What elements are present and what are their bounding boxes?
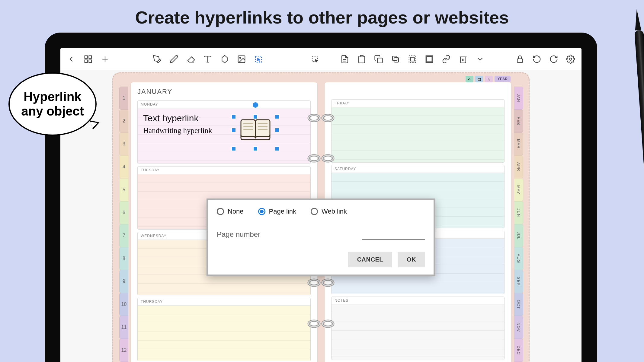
- pencil-icon[interactable]: [167, 52, 181, 66]
- stylus-pen: [622, 3, 643, 359]
- number-tab-4[interactable]: 4: [119, 155, 128, 178]
- page-title: Create hyperlinks to other pages or webs…: [0, 0, 644, 33]
- month-tab-mar[interactable]: MAR: [514, 132, 523, 155]
- toolbar: [60, 48, 582, 70]
- month-tab-dec[interactable]: DEC: [514, 339, 523, 362]
- month-tab-sep[interactable]: SEP: [514, 270, 523, 293]
- top-chips: ✓ ▤ ☆ YEAR: [466, 76, 511, 82]
- callout-line2: any object: [21, 104, 84, 118]
- page-number-input[interactable]: [362, 229, 425, 240]
- redo-icon[interactable]: [547, 52, 560, 66]
- text-hyperlink-sample[interactable]: Text hyperlink: [143, 113, 305, 123]
- resize-handle[interactable]: [253, 146, 258, 151]
- month-tab-jun[interactable]: JUN: [514, 201, 523, 224]
- month-tab-may[interactable]: MAY: [514, 178, 523, 201]
- day-block-friday: FRIDAY: [331, 99, 505, 163]
- tablet-frame: ✓ ▤ ☆ YEAR 123456789101112 JANFEBMARAPRM…: [45, 33, 597, 362]
- radio-web-label: Web link: [322, 208, 347, 215]
- svg-point-11: [240, 57, 241, 58]
- month-name: JANUARY: [137, 88, 311, 96]
- checkbox-chip-icon[interactable]: ✓: [466, 76, 473, 82]
- svg-line-6: [192, 57, 194, 59]
- svg-rect-19: [392, 56, 397, 61]
- number-tabs: 123456789101112: [119, 87, 128, 362]
- radio-web-link[interactable]: Web link: [311, 208, 347, 215]
- day-label: MONDAY: [138, 101, 310, 108]
- month-tab-oct[interactable]: OCT: [514, 293, 523, 316]
- page-chip-icon[interactable]: ▤: [475, 76, 483, 82]
- selected-object[interactable]: [231, 109, 280, 151]
- pen-icon[interactable]: [150, 52, 164, 66]
- paste-icon[interactable]: [355, 52, 368, 66]
- number-tab-2[interactable]: 2: [119, 110, 128, 132]
- month-tab-jan[interactable]: JAN: [514, 87, 523, 110]
- copy-icon[interactable]: [372, 52, 385, 66]
- day-label: NOTES: [332, 297, 504, 304]
- number-tab-1[interactable]: 1: [119, 87, 128, 110]
- handwriting-hyperlink-sample[interactable]: Handwriting hyperlink: [143, 126, 305, 135]
- svg-rect-16: [360, 55, 363, 57]
- rotate-handle[interactable]: [253, 102, 258, 108]
- add-page-icon[interactable]: [98, 52, 112, 66]
- number-tab-6[interactable]: 6: [119, 201, 128, 224]
- delete-icon[interactable]: [457, 52, 470, 66]
- resize-handle[interactable]: [275, 128, 280, 132]
- day-block-thursday: THURSDAY: [137, 298, 311, 361]
- binder-ring-icon: [307, 318, 335, 329]
- resize-handle[interactable]: [275, 114, 280, 119]
- number-tab-11[interactable]: 11: [119, 316, 128, 339]
- month-tab-jul[interactable]: JUL: [514, 224, 523, 247]
- page-icon[interactable]: [338, 52, 351, 66]
- image-icon[interactable]: [235, 52, 248, 66]
- undo-icon[interactable]: [530, 52, 543, 66]
- radio-none-label: None: [228, 208, 244, 215]
- number-tab-9[interactable]: 9: [119, 270, 128, 293]
- month-tab-apr[interactable]: APR: [514, 155, 523, 178]
- marquee-icon[interactable]: [309, 52, 322, 66]
- resize-handle[interactable]: [231, 114, 236, 119]
- shape-icon[interactable]: [218, 52, 231, 66]
- number-tab-7[interactable]: 7: [119, 224, 128, 247]
- page-number-label: Page number: [217, 230, 260, 239]
- resize-handle[interactable]: [231, 146, 236, 151]
- day-label: SATURDAY: [332, 165, 504, 173]
- month-tab-nov[interactable]: NOV: [514, 316, 523, 339]
- hyperlink-dialog: None Page link Web link Page number: [207, 198, 435, 276]
- resize-handle[interactable]: [275, 146, 280, 151]
- binder-ring-icon: [307, 113, 335, 123]
- svg-rect-26: [517, 59, 523, 62]
- grid-view-icon[interactable]: [82, 52, 95, 66]
- text-icon[interactable]: [201, 52, 214, 66]
- back-icon[interactable]: [65, 52, 78, 66]
- star-chip-icon[interactable]: ☆: [485, 76, 493, 82]
- svg-rect-2: [85, 60, 88, 62]
- book-icon: [240, 119, 271, 141]
- number-tab-5[interactable]: 5: [119, 178, 128, 201]
- month-tab-feb[interactable]: FEB: [514, 110, 523, 132]
- year-chip[interactable]: YEAR: [495, 76, 511, 82]
- settings-icon[interactable]: [564, 52, 577, 66]
- binder-ring-icon: [307, 153, 335, 164]
- number-tab-12[interactable]: 12: [119, 339, 128, 362]
- eraser-icon[interactable]: [184, 52, 197, 66]
- app-screen: ✓ ▤ ☆ YEAR 123456789101112 JANFEBMARAPRM…: [60, 48, 582, 362]
- lock-icon[interactable]: [513, 52, 527, 66]
- duplicate-icon[interactable]: [389, 52, 402, 66]
- day-label: FRIDAY: [332, 100, 504, 107]
- group-icon[interactable]: [423, 52, 436, 66]
- link-icon[interactable]: [440, 52, 453, 66]
- lasso-select-icon[interactable]: [252, 52, 265, 66]
- resize-handle[interactable]: [231, 128, 236, 132]
- number-tab-8[interactable]: 8: [119, 247, 128, 270]
- svg-rect-22: [427, 56, 432, 62]
- chevron-down-icon[interactable]: [473, 52, 487, 66]
- cancel-button[interactable]: CANCEL: [348, 252, 392, 267]
- svg-marker-9: [222, 55, 227, 63]
- number-tab-10[interactable]: 10: [119, 293, 128, 316]
- number-tab-3[interactable]: 3: [119, 132, 128, 155]
- ok-button[interactable]: OK: [398, 252, 425, 267]
- radio-page-link[interactable]: Page link: [258, 208, 296, 215]
- radio-none[interactable]: None: [217, 208, 244, 215]
- month-tab-aug[interactable]: AUG: [514, 247, 523, 270]
- ungroup-icon[interactable]: [406, 52, 419, 66]
